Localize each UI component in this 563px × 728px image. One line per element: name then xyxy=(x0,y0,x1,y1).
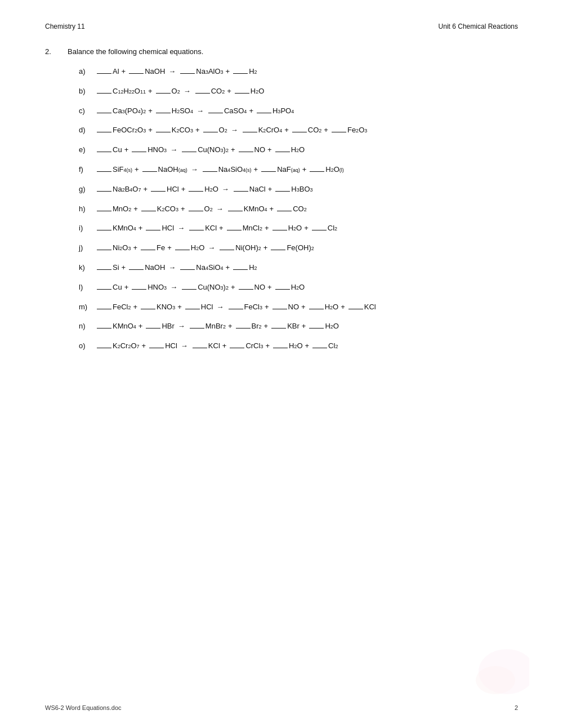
equation-b: b) C12H22O11 + O2 → CO2 + H2O xyxy=(79,86,518,97)
eq-label-m: m) xyxy=(79,301,96,313)
question-number: 2. xyxy=(45,47,56,56)
blank xyxy=(180,66,195,74)
eq-content-g: Na2B4O7 + HCl + H2O → NaCl + H3BO3 xyxy=(96,184,313,196)
eq-content-d: FeOCr2O3 + K2CO3 + O2 → K2CrO4 + CO2 + F… xyxy=(96,125,367,136)
blank xyxy=(97,203,111,211)
eq-label-j: j) xyxy=(79,242,96,254)
blank xyxy=(132,144,146,152)
blank xyxy=(97,301,111,309)
blank xyxy=(239,282,253,290)
footer-right: 2 xyxy=(515,704,518,711)
equation-h: h) MnO2 + K2CO3 + O2 → KMnO4 + CO2 xyxy=(79,203,518,215)
equation-a: a) Al + NaOH → Na3AlO3 + H2 xyxy=(79,66,518,78)
header-right: Unit 6 Chemical Reactions xyxy=(439,23,518,30)
blank xyxy=(239,144,253,152)
blank xyxy=(195,86,210,94)
equation-f: f) SiF4(s) + NaOH(aq) → Na4SiO4(s) + NaF… xyxy=(79,164,518,176)
blank xyxy=(185,301,200,309)
blank xyxy=(236,321,251,329)
equation-g: g) Na2B4O7 + HCl + H2O → NaCl + H3BO3 xyxy=(79,184,518,196)
blank xyxy=(233,262,248,270)
header: Chemistry 11 Unit 6 Chemical Reactions xyxy=(45,23,518,30)
blank xyxy=(156,125,171,132)
eq-label-e: e) xyxy=(79,144,96,156)
blank xyxy=(229,301,243,309)
eq-label-o: o) xyxy=(79,340,96,352)
eq-label-c: c) xyxy=(79,105,96,117)
blank xyxy=(97,340,111,348)
blank xyxy=(203,164,217,172)
blank xyxy=(189,184,203,192)
blank xyxy=(292,125,307,132)
blank xyxy=(146,321,160,329)
blank xyxy=(97,282,111,290)
eq-content-m: FeCl2 + KNO3 + HCl → FeCl3 + NO + H2O + … xyxy=(96,301,376,313)
blank xyxy=(97,105,111,113)
eq-label-b: b) xyxy=(79,86,96,97)
blank xyxy=(129,262,144,270)
blank xyxy=(97,242,111,250)
blank xyxy=(156,86,171,94)
blank xyxy=(233,66,248,74)
blank xyxy=(132,282,146,290)
eq-content-k: Si + NaOH → Na4SiO4 + H2 xyxy=(96,262,257,274)
eq-content-l: Cu + HNO3 → Cu(NO3)2 + NO + H2O xyxy=(96,282,305,294)
blank xyxy=(193,340,207,348)
eq-content-n: KMnO4 + HBr → MnBr2 + Br2 + KBr + H2O xyxy=(96,321,339,332)
blank xyxy=(182,144,196,152)
eq-content-b: C12H22O11 + O2 → CO2 + H2O xyxy=(96,86,264,97)
blank xyxy=(189,203,203,211)
eq-label-k: k) xyxy=(79,262,96,274)
blank xyxy=(309,321,324,329)
blank xyxy=(156,105,171,113)
eq-content-i: KMnO4 + HCl → KCl + MnCl2 + H2O + Cl2 xyxy=(96,223,337,234)
eq-label-a: a) xyxy=(79,66,96,78)
blank xyxy=(234,184,248,192)
blank xyxy=(275,282,290,290)
blank xyxy=(227,223,242,230)
eq-label-i: i) xyxy=(79,223,96,234)
equation-d: d) FeOCr2O3 + K2CO3 + O2 → K2CrO4 + CO2 … xyxy=(79,125,518,136)
question-text: Balance the following chemical equations… xyxy=(68,47,203,56)
equation-i: i) KMnO4 + HCl → KCl + MnCl2 + H2O + Cl2 xyxy=(79,223,518,234)
blank xyxy=(228,203,243,211)
eq-content-h: MnO2 + K2CO3 + O2 → KMnO4 + CO2 xyxy=(96,203,307,215)
blank xyxy=(208,105,223,113)
svg-point-0 xyxy=(479,649,529,694)
blank xyxy=(312,340,327,348)
equation-e: e) Cu + HNO3 → Cu(NO3)2 + NO + H2O xyxy=(79,144,518,156)
blank xyxy=(97,321,111,329)
svg-point-1 xyxy=(476,666,515,694)
blank xyxy=(203,125,218,132)
blank xyxy=(275,144,290,152)
equation-c: c) Ca3(PO4)2 + H2SO4 → CaSO4 + H3PO4 xyxy=(79,105,518,117)
blank xyxy=(257,105,271,113)
blank xyxy=(189,223,204,230)
blank xyxy=(180,262,195,270)
blank xyxy=(235,86,249,94)
blank xyxy=(97,144,111,152)
blank xyxy=(149,340,164,348)
blank xyxy=(175,242,190,250)
blank xyxy=(97,66,111,74)
eq-content-e: Cu + HNO3 → Cu(NO3)2 + NO + H2O xyxy=(96,144,305,156)
blank xyxy=(332,125,346,132)
blank xyxy=(272,301,287,309)
blank xyxy=(142,164,157,172)
blank xyxy=(97,184,111,192)
blank xyxy=(151,184,166,192)
blank xyxy=(141,203,156,211)
equations-list: a) Al + NaOH → Na3AlO3 + H2 b) C12H22O11… xyxy=(79,66,518,352)
eq-content-j: Ni2O3 + Fe + H2O → Ni(OH)2 + Fe(OH)2 xyxy=(96,242,314,254)
eq-label-f: f) xyxy=(79,164,96,176)
blank xyxy=(97,223,111,230)
equation-j: j) Ni2O3 + Fe + H2O → Ni(OH)2 + Fe(OH)2 xyxy=(79,242,518,254)
blank xyxy=(97,262,111,270)
blank xyxy=(141,301,155,309)
blank xyxy=(243,125,257,132)
eq-label-n: n) xyxy=(79,321,96,332)
blank xyxy=(271,321,286,329)
equation-k: k) Si + NaOH → Na4SiO4 + H2 xyxy=(79,262,518,274)
eq-content-a: Al + NaOH → Na3AlO3 + H2 xyxy=(96,66,257,78)
eq-content-f: SiF4(s) + NaOH(aq) → Na4SiO4(s) + NaF(aq… xyxy=(96,164,344,176)
